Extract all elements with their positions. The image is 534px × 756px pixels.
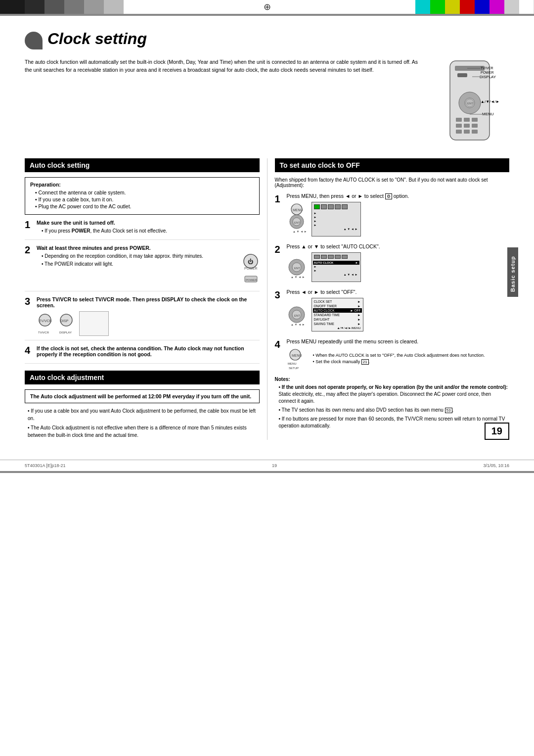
prep-list: Connect the antenna or cable system. If …: [30, 189, 254, 209]
svg-text:▲ ▼ ◄ ►: ▲ ▼ ◄ ►: [291, 323, 305, 326]
svg-text:MENU: MENU: [292, 354, 302, 357]
right-column: Basic setup To set auto clock to OFF Whe…: [267, 158, 510, 440]
step3-remote-icon: ENT ▲ ▼ ◄ ►: [287, 302, 307, 327]
color-yellow: [445, 0, 460, 14]
svg-text:▲ ▼ ◄ ►: ▲ ▼ ◄ ►: [293, 230, 307, 233]
intro-row: The auto clock function will automatical…: [25, 58, 509, 148]
auto-clock-setting-header: Auto clock setting: [25, 158, 260, 172]
svg-rect-14: [456, 118, 462, 122]
adj-bullet-1: If you use a cable box and you want Auto…: [25, 407, 260, 422]
right-step-3-num: 3: [275, 289, 283, 301]
svg-text:POWER: POWER: [244, 267, 257, 270]
svg-text:TV/VCR: TV/VCR: [481, 66, 493, 70]
right-step-3: 3 Press ◄ or ► to select "OFF". ENT ▲ ▼ …: [275, 289, 510, 331]
right-step-2-content: Press ▲ or ▼ to select "AUTO CLOCK". ENT…: [287, 243, 510, 282]
prep-item-2: If you use a cable box, turn it on.: [35, 196, 254, 202]
right-step-1: 1 Press MENU, then press ◄ or ► to selec…: [275, 193, 510, 236]
right-step-2-text: Press ▲ or ▼ to select "AUTO CLOCK".: [287, 243, 510, 249]
svg-rect-15: [464, 118, 470, 122]
step-2-sub-2: The POWER indicator will light.: [42, 261, 203, 268]
svg-rect-16: [472, 118, 478, 122]
left-column: Auto clock setting Preparation: Connect …: [25, 158, 267, 440]
page-footer: 5T40301A [E]p18-21 19 3/1/05, 10:16: [0, 460, 534, 471]
svg-rect-19: [472, 124, 478, 128]
notes-item-1: If the unit does not operate properly, o…: [275, 384, 510, 405]
step4-sub-2: • Set the clock manually 21.: [313, 359, 510, 364]
step-2-sub: Depending on the reception condition, it…: [37, 253, 203, 268]
top-color-bar: ⊕: [0, 0, 534, 14]
right-step-4-num: 4: [275, 338, 283, 350]
color-block-4: [64, 0, 84, 14]
power-button-icon: ⏻ POWER: [242, 253, 260, 270]
color-green: [430, 0, 445, 14]
page-number: 19: [485, 423, 509, 440]
color-cyan: [415, 0, 430, 14]
step-4-number: 4: [25, 345, 33, 355]
power-indicator-icon: POWER: [242, 272, 260, 287]
right-step-4-text: Press MENU repeatedly until the menu scr…: [287, 338, 510, 344]
color-block-5: [84, 0, 104, 14]
adj-bullet-2: The Auto Clock adjustment is not effecti…: [25, 424, 260, 439]
step4-sub-text: • When the AUTO CLOCK is set to "OFF", t…: [309, 353, 510, 364]
svg-text:DISPLAY: DISPLAY: [59, 331, 72, 334]
display-btn-icon: DISP DISPLAY: [58, 311, 75, 336]
step-2-content: Wait at least three minutes and press PO…: [37, 245, 260, 287]
step-2-sub-1: Depending on the reception condition, it…: [42, 253, 203, 260]
prep-title: Preparation:: [30, 182, 254, 188]
step-4: 4 If the clock is not set, check the ant…: [25, 345, 260, 364]
preparation-box: Preparation: Connect the antenna or cabl…: [25, 177, 260, 215]
step4-menu-icon: MENU MENU SETUP: [287, 347, 304, 370]
step2-remote-icon: ENT ▲ ▼ ◄ ►: [287, 255, 307, 280]
adj-bullets: If you use a cable box and you want Auto…: [25, 407, 260, 439]
title-section: Clock setting: [25, 31, 509, 49]
step-1: 1 Make sure the unit is turned off. If y…: [25, 220, 260, 240]
svg-rect-18: [464, 124, 470, 128]
color-blue: [475, 0, 490, 14]
footer-left: 5T40301A [E]p18-21: [25, 463, 66, 468]
crosshair-center: ⊕: [253, 0, 281, 14]
right-step-3-text: Press ◄ or ► to select "OFF".: [287, 289, 510, 295]
right-step-4-content: Press MENU repeatedly until the menu scr…: [287, 338, 510, 370]
right-step-3-images: ENT ▲ ▼ ◄ ► CLOCK SET► ON/OFF TIMER► AUT…: [287, 298, 510, 331]
basic-setup-tab: Basic setup: [507, 247, 518, 297]
svg-text:TV/VCR: TV/VCR: [38, 331, 49, 334]
color-block-6: [104, 0, 124, 14]
right-step-1-content: Press MENU, then press ◄ or ► to select …: [287, 193, 510, 236]
step-2: 2 Wait at least three minutes and press …: [25, 245, 260, 291]
intro-text: The auto clock function will automatical…: [25, 58, 430, 74]
svg-text:POWER: POWER: [246, 279, 257, 282]
step-2-number: 2: [25, 245, 33, 255]
color-magenta: [490, 0, 504, 14]
auto-clock-adjustment-header: Auto clock adjustment: [25, 371, 260, 384]
right-step-1-images: MENU ENT ▲ ▼ ◄ ►: [287, 202, 510, 236]
right-step-2-images: ENT ▲ ▼ ◄ ► AUTO CLOCK►: [287, 252, 510, 282]
right-step-3-content: Press ◄ or ► to select "OFF". ENT ▲ ▼ ◄ …: [287, 289, 510, 331]
svg-text:ENT: ENT: [294, 221, 300, 224]
right-step-4: 4 Press MENU repeatedly until the menu s…: [275, 338, 510, 370]
svg-text:MENU: MENU: [288, 362, 297, 365]
step-1-content: Make sure the unit is turned off. If you…: [37, 220, 260, 236]
tv-vcr-icon: TV/VCR TV/VCR: [37, 311, 54, 336]
svg-text:ENT: ENT: [294, 314, 300, 317]
svg-text:▲/▼/◄/►: ▲/▼/◄/►: [481, 99, 499, 104]
step4-sub-1: • When the AUTO CLOCK is set to "OFF", t…: [313, 353, 510, 358]
page-title: Clock setting: [47, 31, 147, 47]
svg-text:MENU: MENU: [293, 208, 303, 212]
svg-rect-20: [456, 130, 462, 134]
step-1-sub: If you press POWER, the Auto Clock set i…: [37, 228, 260, 235]
color-white: [504, 0, 519, 14]
prep-item-3: Plug the AC power cord to the AC outlet.: [35, 203, 254, 209]
step-2-main: Wait at least three minutes and press PO…: [37, 245, 260, 251]
svg-rect-22: [472, 130, 478, 134]
step3-screen: CLOCK SET► ON/OFF TIMER► AUTO CLOCK► OFF…: [312, 298, 363, 331]
to-set-auto-clock-header: To set auto clock to OFF: [275, 158, 510, 172]
svg-text:⏻: ⏻: [248, 258, 253, 265]
step2-screen: AUTO CLOCK► ► ► ▲ ▼ ◄ ►: [312, 252, 361, 282]
remote-diagram: DISPLAY TV/VCR POWER ▲/▼/◄/► MENU: [430, 58, 509, 148]
page-content: Clock setting The auto clock function wi…: [0, 16, 534, 455]
footer-center: 19: [272, 463, 277, 468]
step-3-images: TV/VCR TV/VCR DISP DISPLAY: [37, 311, 260, 336]
color-block-3: [44, 0, 64, 14]
notes-item-2: The TV section has its own menu and also…: [275, 407, 510, 414]
svg-rect-17: [456, 124, 462, 128]
